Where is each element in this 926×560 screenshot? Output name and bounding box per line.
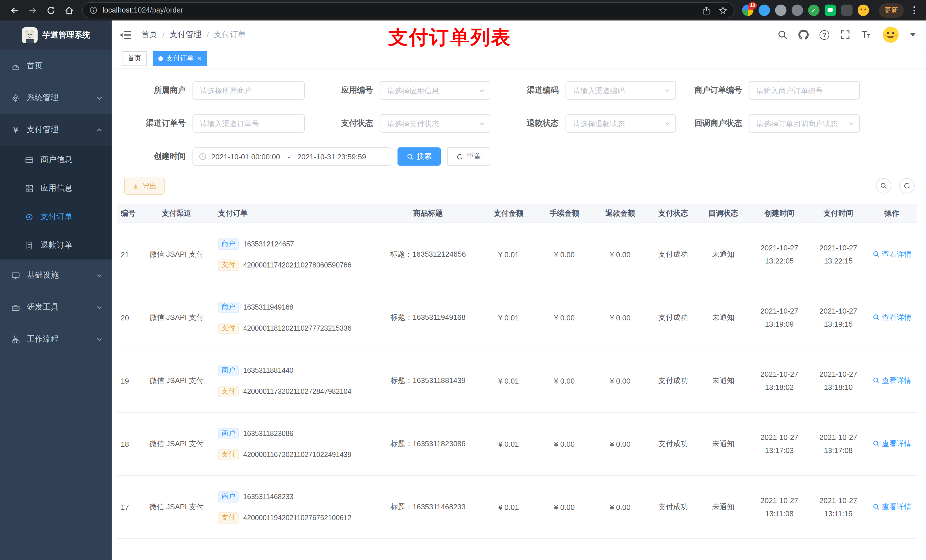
col-pay-time: 支付时间 [810, 208, 866, 218]
merchant-select[interactable] [192, 82, 305, 100]
sidebar-item-pay[interactable]: ¥ 支付管理 [0, 114, 112, 146]
tab-pay-order[interactable]: 支付订单 × [153, 51, 207, 66]
cell-fee: ¥ 0.00 [536, 440, 592, 448]
pay-status-select[interactable] [380, 115, 490, 133]
address-bar[interactable]: localhost:1024/pay/order [82, 2, 735, 18]
search-icon [880, 182, 887, 190]
date-end: 2021-10-31 23:59:59 [297, 152, 366, 161]
extension-gray2-icon[interactable] [791, 5, 803, 16]
sidebar-item-system[interactable]: 系统管理 [0, 82, 112, 114]
main-area: 首页 / 支付管理 / 支付订单 支付订单列表 ? [112, 21, 926, 560]
filter-label: 所属商户 [117, 85, 192, 96]
sidebar-item-label: 基础设施 [27, 270, 59, 281]
search-icon[interactable] [777, 30, 788, 40]
bookmark-star-icon[interactable] [719, 6, 727, 15]
view-detail-link[interactable]: 查看详情 [872, 249, 911, 260]
sidebar-item-devtools[interactable]: 研发工具 [0, 291, 112, 323]
cell-title: 标题：1635311949168 [375, 312, 481, 323]
refund-status-select[interactable] [566, 115, 676, 133]
share-icon[interactable] [702, 6, 711, 15]
filter-row-2: 渠道订单号 支付状态 退款状态 回调商户状态 [117, 115, 920, 133]
extension-badge: 10 [748, 2, 757, 9]
col-create-time: 创建时间 [748, 208, 810, 218]
toolbox-icon [11, 303, 20, 312]
extension-wechat-devtools-icon[interactable] [825, 5, 836, 16]
cell-order: 商户1635311468233 支付4200001194202110276752… [210, 491, 375, 523]
browser-profile-avatar[interactable] [858, 5, 869, 16]
chevron-down-icon[interactable] [910, 33, 916, 36]
fullscreen-icon[interactable] [840, 30, 850, 40]
view-detail-link[interactable]: 查看详情 [872, 312, 911, 323]
cell-order: 商户1635311881440 支付4200001173202110272847… [210, 365, 375, 397]
cell-fee: ¥ 0.00 [536, 503, 592, 511]
channel-order-no-input[interactable] [192, 115, 305, 133]
extension-drop-icon[interactable] [758, 5, 770, 16]
cell-channel: 微信 JSAPI 支付 [143, 249, 210, 260]
search-icon [872, 503, 879, 511]
cell-order: 商户1635311949168 支付4200001181202110277723… [210, 301, 375, 334]
view-detail-link[interactable]: 查看详情 [872, 376, 911, 386]
cell-refund: ¥ 0.00 [592, 503, 648, 511]
browser-update-button[interactable]: 更新 [879, 3, 904, 17]
sidebar-item-app-info[interactable]: 应用信息 [0, 174, 112, 202]
github-icon[interactable] [799, 30, 809, 40]
table-search-toggle-button[interactable] [876, 178, 891, 193]
cell-amount: ¥ 0.01 [481, 503, 536, 511]
monitor-icon [11, 271, 20, 280]
close-icon[interactable]: × [197, 54, 201, 62]
extension-dark-icon[interactable] [841, 5, 853, 16]
tags-view-bar: 首页 支付订单 × [112, 49, 926, 68]
merchant-tag: 商户 [218, 491, 239, 502]
arrow-left-icon [9, 5, 19, 15]
merchant-tag: 商户 [218, 301, 239, 313]
merchant-order-no-input[interactable] [749, 82, 860, 100]
browser-home-button[interactable] [61, 2, 77, 19]
browser-menu-button[interactable] [908, 5, 920, 15]
search-button[interactable]: 搜索 [398, 147, 441, 166]
breadcrumb-pay[interactable]: 支付管理 [170, 30, 201, 40]
sidebar-submenu-pay: 商户信息 应用信息 支付订单 退款订单 [0, 146, 112, 260]
font-size-icon[interactable] [861, 30, 872, 40]
table-refresh-button[interactable] [899, 178, 915, 193]
channel-code-select[interactable] [566, 82, 676, 100]
view-detail-link[interactable]: 查看详情 [872, 439, 911, 449]
cell-status: 支付成功 [648, 376, 698, 386]
cell-status: 支付成功 [648, 439, 698, 449]
hamburger-icon[interactable] [120, 30, 132, 39]
sidebar-item-refund-order[interactable]: 退款订单 [0, 231, 112, 260]
browser-reload-button[interactable] [42, 2, 59, 19]
browser-forward-button[interactable] [24, 2, 41, 19]
callback-status-select[interactable] [749, 115, 860, 133]
breadcrumb-home[interactable]: 首页 [141, 30, 157, 40]
pay-tag: 支付 [218, 259, 239, 270]
reset-button[interactable]: 重置 [447, 147, 490, 166]
sidebar-item-home[interactable]: 首页 [0, 50, 112, 82]
extension-gray-icon[interactable] [775, 5, 787, 16]
browser-back-button[interactable] [6, 2, 23, 19]
user-avatar[interactable] [882, 26, 899, 43]
view-detail-link[interactable]: 查看详情 [872, 502, 911, 512]
dashboard-icon [11, 62, 20, 70]
extension-check-icon[interactable]: ✓ [808, 5, 820, 16]
sidebar-item-pay-order[interactable]: 支付订单 [0, 202, 112, 231]
cell-pay-time: 2021-10-2713:17:08 [810, 431, 866, 457]
sidebar-item-workflow[interactable]: 工作流程 [0, 323, 112, 355]
sidebar-item-infra[interactable]: 基础设施 [0, 260, 112, 291]
cell-create-time: 2021-10-2713:19:09 [748, 305, 810, 331]
tab-home[interactable]: 首页 [122, 51, 147, 66]
credit-card-icon [25, 155, 33, 164]
extension-pie-icon[interactable]: 10 [742, 5, 754, 16]
sidebar-item-label: 工作流程 [27, 334, 59, 344]
target-icon [25, 213, 33, 221]
cell-pay-time: 2021-10-2713:22:15 [810, 241, 866, 267]
refresh-icon [903, 182, 911, 190]
help-icon[interactable]: ? [820, 30, 829, 39]
cell-actions: 查看详情 [866, 502, 917, 512]
sidebar-item-merchant-info[interactable]: 商户信息 [0, 146, 112, 174]
sidebar-item-label: 系统管理 [27, 93, 59, 103]
app-no-select[interactable] [380, 82, 490, 100]
cell-fee: ¥ 0.00 [536, 313, 592, 322]
export-button[interactable]: 导出 [124, 178, 165, 195]
col-fee: 手续金额 [536, 208, 592, 218]
date-range-picker[interactable]: 2021-10-01 00:00:00 - 2021-10-31 23:59:5… [192, 147, 391, 166]
